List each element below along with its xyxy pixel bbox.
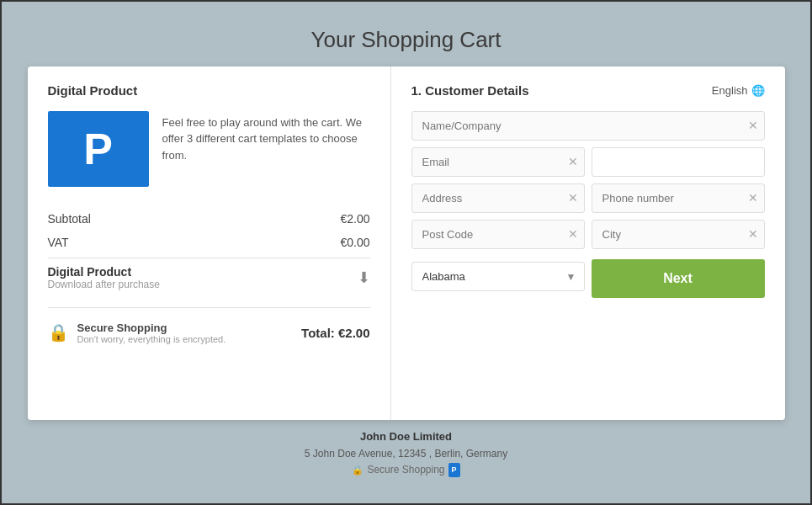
- subtotal-value: €2.00: [340, 212, 369, 226]
- cart-container: Digital Product P Feel free to play arou…: [28, 66, 785, 420]
- vat-label: VAT: [48, 236, 69, 249]
- address-clear-btn[interactable]: ✕: [568, 191, 578, 205]
- right-header: 1. Customer Details English 🌐: [411, 83, 765, 98]
- pricing-table: Subtotal €2.00 VAT €0.00 Digital Product…: [48, 207, 370, 297]
- secure-text-block: Secure Shopping Don't worry, everything …: [77, 322, 226, 344]
- address-phone-row: ✕ ✕: [411, 183, 765, 213]
- postcode-city-row: ✕ ✕: [411, 220, 765, 249]
- product-logo-letter: P: [83, 124, 113, 174]
- email-input[interactable]: [411, 147, 585, 177]
- secure-left: 🔒 Secure Shopping Don't worry, everythin…: [48, 322, 226, 344]
- name-clear-btn[interactable]: ✕: [748, 119, 758, 132]
- address-field-wrap: ✕: [411, 183, 585, 213]
- footer-secure-label: Secure Shopping: [367, 462, 444, 478]
- country-input[interactable]: United States: [592, 147, 765, 177]
- lock-icon: 🔒: [48, 322, 69, 343]
- left-panel-title: Digital Product: [48, 83, 370, 98]
- country-field-wrap: United States: [592, 147, 765, 177]
- left-panel: Digital Product P Feel free to play arou…: [28, 66, 391, 420]
- phone-clear-btn[interactable]: ✕: [748, 191, 758, 205]
- secure-title: Secure Shopping: [77, 322, 226, 334]
- right-panel-title: 1. Customer Details: [411, 83, 529, 98]
- total-text: Total: €2.00: [301, 326, 369, 340]
- postcode-input[interactable]: [411, 220, 585, 249]
- phone-field-wrap: ✕: [592, 183, 765, 213]
- email-country-row: ✕ United States: [411, 147, 765, 177]
- footer-lock-icon: 🔒: [352, 463, 364, 478]
- email-clear-btn[interactable]: ✕: [568, 155, 578, 168]
- secure-section: 🔒 Secure Shopping Don't worry, everythin…: [48, 307, 370, 344]
- postcode-field-wrap: ✕: [411, 220, 585, 249]
- footer-address: 5 John Doe Avenue, 12345 , Berlin, Germa…: [305, 446, 507, 462]
- name-field-wrap: ✕: [411, 111, 765, 141]
- digital-product-label: Digital Product: [48, 265, 160, 279]
- page-title: Your Shopping Cart: [311, 27, 502, 53]
- language-selector[interactable]: English 🌐: [712, 84, 765, 97]
- globe-icon: 🌐: [751, 84, 765, 97]
- city-input[interactable]: [592, 220, 765, 249]
- footer-secure: 🔒 Secure Shopping P: [305, 462, 507, 478]
- language-label: English: [712, 84, 748, 97]
- phone-input[interactable]: [592, 183, 765, 213]
- vat-row: VAT €0.00: [48, 231, 370, 258]
- digital-product-sub: Download after purchase: [48, 279, 160, 290]
- next-btn-wrap: Next: [592, 256, 765, 298]
- next-button[interactable]: Next: [592, 259, 765, 298]
- city-clear-btn[interactable]: ✕: [748, 227, 758, 241]
- state-next-row: Alabama Alaska Arizona Arkansas Californ…: [411, 256, 765, 298]
- subtotal-row: Subtotal €2.00: [48, 207, 370, 231]
- state-select-wrap: Alabama Alaska Arizona Arkansas Californ…: [411, 256, 585, 298]
- footer-badge: P: [448, 463, 460, 476]
- product-description: Feel free to play around with the cart. …: [162, 111, 370, 164]
- download-icon: ⬇: [358, 268, 370, 287]
- state-select[interactable]: Alabama Alaska Arizona Arkansas Californ…: [411, 262, 585, 291]
- name-row: ✕: [411, 111, 765, 141]
- company-name: John Doe Limited: [305, 428, 507, 446]
- address-input[interactable]: [411, 183, 585, 213]
- product-logo: P: [48, 111, 149, 187]
- subtotal-label: Subtotal: [48, 212, 91, 226]
- city-field-wrap: ✕: [592, 220, 765, 249]
- secure-sub: Don't worry, everything is encrypted.: [77, 334, 226, 344]
- name-input[interactable]: [411, 111, 765, 141]
- postcode-clear-btn[interactable]: ✕: [568, 227, 578, 241]
- right-panel: 1. Customer Details English 🌐 ✕ ✕: [391, 66, 785, 420]
- email-field-wrap: ✕: [411, 147, 585, 177]
- product-info: P Feel free to play around with the cart…: [48, 111, 370, 187]
- page-footer: John Doe Limited 5 John Doe Avenue, 1234…: [305, 428, 507, 478]
- digital-product-row: Digital Product Download after purchase …: [48, 258, 370, 297]
- vat-value: €0.00: [340, 236, 369, 249]
- customer-form: ✕ ✕ United States ✕: [411, 111, 765, 298]
